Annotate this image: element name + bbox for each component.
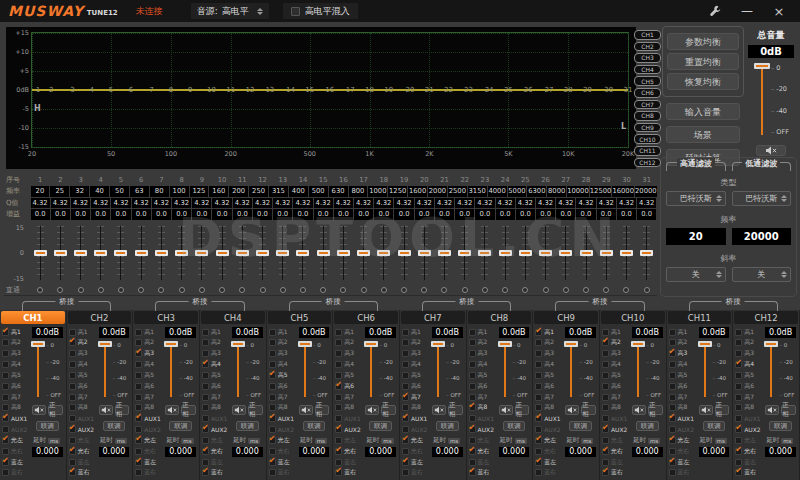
band-point-4[interactable]: 4: [90, 86, 94, 94]
input-checkbox[interactable]: [269, 404, 276, 411]
master-slider-track[interactable]: [753, 63, 771, 137]
input-checkbox[interactable]: [202, 361, 209, 368]
input-checkbox[interactable]: [469, 383, 476, 390]
band-freq-cell[interactable]: 10000: [567, 186, 589, 197]
band-gain-cell[interactable]: 0.0: [475, 209, 494, 220]
input-checkbox[interactable]: [469, 329, 476, 336]
input-row-高6[interactable]: 高6: [69, 381, 96, 391]
input-checkbox[interactable]: [735, 350, 742, 357]
link-button[interactable]: 联调: [569, 421, 592, 431]
channel-slider-track[interactable]: [764, 341, 779, 399]
input-row-高3[interactable]: 高3: [69, 349, 96, 359]
channel-mute-button[interactable]: [32, 405, 46, 415]
input-row-蓝右[interactable]: 蓝右: [135, 468, 162, 478]
band-gain-cell[interactable]: 0.0: [617, 209, 636, 220]
input-row-高7[interactable]: 高7: [602, 392, 629, 402]
lp-type-select[interactable]: 巴特沃斯: [732, 191, 792, 206]
input-checkbox[interactable]: [669, 372, 676, 379]
input-row-高5[interactable]: 高5: [402, 370, 429, 380]
band-gain-cell[interactable]: 0.0: [233, 209, 252, 220]
delay-value[interactable]: 0.000: [99, 447, 130, 457]
input-checkbox[interactable]: [69, 459, 76, 466]
link-button[interactable]: 联调: [436, 421, 459, 431]
input-checkbox[interactable]: [469, 415, 476, 422]
bridge-label[interactable]: 桥接: [588, 297, 611, 307]
input-checkbox[interactable]: [335, 350, 342, 357]
band-freq-cell[interactable]: 630: [329, 186, 348, 197]
link-button[interactable]: 联调: [303, 421, 326, 431]
graph-channel-button-ch8[interactable]: CH8: [634, 111, 661, 121]
band-q-cell[interactable]: 4.32: [293, 198, 312, 209]
band-gain-cell[interactable]: 0.0: [374, 209, 393, 220]
input-checkbox[interactable]: [269, 361, 276, 368]
bridge-label[interactable]: 桥接: [455, 297, 478, 307]
input-checkbox[interactable]: [202, 329, 209, 336]
input-checkbox[interactable]: [602, 469, 609, 476]
input-checkbox[interactable]: [335, 339, 342, 346]
input-checkbox[interactable]: [602, 361, 609, 368]
input-row-高4[interactable]: 高4: [735, 360, 762, 370]
band-freq-cell[interactable]: 125: [190, 186, 209, 197]
scene-button[interactable]: 场景: [666, 126, 740, 143]
input-checkbox[interactable]: [135, 404, 142, 411]
input-checkbox[interactable]: [402, 383, 409, 390]
bypass-radio-6[interactable]: [138, 287, 144, 293]
band-freq-cell[interactable]: 20000: [635, 186, 657, 197]
input-row-蓝右[interactable]: 蓝右: [402, 468, 429, 478]
input-checkbox[interactable]: [402, 469, 409, 476]
slider-handle[interactable]: [74, 250, 87, 256]
band-gain-cell[interactable]: 0.0: [31, 209, 50, 220]
input-row-aux1[interactable]: AUX1: [269, 414, 296, 424]
bypass-radio-8[interactable]: [179, 287, 185, 293]
input-row-高7[interactable]: 高7: [335, 392, 362, 402]
band-gain-cell[interactable]: 0.0: [556, 209, 575, 220]
slider-handle[interactable]: [296, 250, 309, 256]
channel-slider-track[interactable]: [298, 341, 313, 399]
input-checkbox[interactable]: [2, 404, 9, 411]
eq-plot[interactable]: +15+10+50dB-5-10-1520501002005001K2K5K10…: [31, 32, 629, 148]
input-checkbox[interactable]: [135, 339, 142, 346]
input-checkbox[interactable]: [669, 361, 676, 368]
delay-value[interactable]: 0.000: [299, 447, 330, 457]
link-button[interactable]: 联调: [503, 421, 526, 431]
channel-slider-handle[interactable]: [764, 341, 778, 347]
input-checkbox[interactable]: [535, 415, 542, 422]
input-checkbox[interactable]: [402, 350, 409, 357]
input-checkbox[interactable]: [469, 350, 476, 357]
band-point-27[interactable]: 27: [544, 86, 553, 94]
bypass-radio-24[interactable]: [502, 287, 508, 293]
bypass-radio-17[interactable]: [361, 287, 367, 293]
channel-slider-handle[interactable]: [698, 341, 712, 347]
band-gain-cell[interactable]: 0.0: [354, 209, 373, 220]
input-checkbox[interactable]: [269, 459, 276, 466]
band-point-11[interactable]: 11: [226, 86, 235, 94]
input-row-高6[interactable]: 高6: [269, 381, 296, 391]
input-row-高7[interactable]: 高7: [402, 392, 429, 402]
delay-value[interactable]: 0.000: [32, 447, 63, 457]
band-q-cell[interactable]: 4.32: [597, 198, 616, 209]
slider-handle[interactable]: [337, 250, 350, 256]
input-checkbox[interactable]: [602, 339, 609, 346]
input-checkbox[interactable]: [202, 394, 209, 401]
bypass-radio-19[interactable]: [401, 287, 407, 293]
phase-button[interactable]: 正相: [381, 405, 396, 415]
bridge-label[interactable]: 桥接: [722, 297, 745, 307]
band-freq-cell[interactable]: 2500: [448, 186, 467, 197]
band-point-19[interactable]: 19: [384, 86, 393, 94]
input-checkbox[interactable]: [69, 372, 76, 379]
close-button[interactable]: ×: [772, 4, 786, 18]
input-checkbox[interactable]: [402, 448, 409, 455]
input-checkbox[interactable]: [735, 415, 742, 422]
band-gain-cell[interactable]: 0.0: [152, 209, 171, 220]
band-point-12[interactable]: 12: [245, 86, 254, 94]
input-row-高4[interactable]: 高4: [2, 360, 29, 370]
channel-gain-value[interactable]: 0.0dB: [432, 327, 463, 338]
channel-slider-handle[interactable]: [498, 341, 512, 347]
input-checkbox[interactable]: [402, 361, 409, 368]
channel-gain-value[interactable]: 0.0dB: [99, 327, 130, 338]
input-row-高6[interactable]: 高6: [735, 381, 762, 391]
input-checkbox[interactable]: [2, 339, 9, 346]
input-checkbox[interactable]: [402, 426, 409, 433]
band-point-2[interactable]: 2: [49, 86, 53, 94]
channel-gain-value[interactable]: 0.0dB: [499, 327, 530, 338]
